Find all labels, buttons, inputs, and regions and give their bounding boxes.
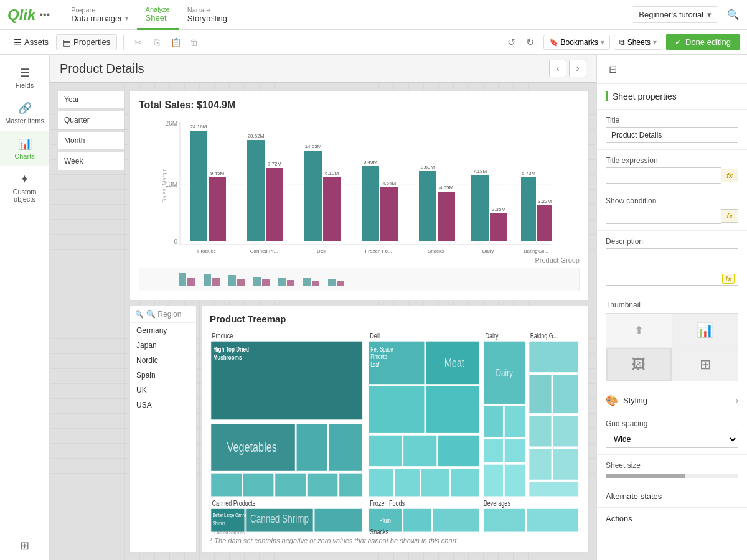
svg-rect-96 <box>529 374 552 413</box>
svg-text:Deli: Deli <box>370 332 380 340</box>
svg-rect-32 <box>471 175 489 241</box>
sidebar-item-custom[interactable]: ✦ Custom objects <box>0 166 49 209</box>
filter-quarter[interactable]: Quarter <box>57 111 125 129</box>
qlik-logo: Qlik <box>7 6 35 24</box>
nav-prepare[interactable]: Prepare Data manager ▾ <box>62 0 136 30</box>
nav-narrate[interactable]: Narrate Storytelling <box>179 0 236 30</box>
svg-text:Canned Pr...: Canned Pr... <box>250 248 278 254</box>
grid-spacing-select[interactable]: Wide Medium Narrow <box>606 431 738 448</box>
title-input[interactable] <box>606 127 738 143</box>
filter-year[interactable]: Year <box>57 90 125 109</box>
qlik-dots[interactable]: ••• <box>39 9 50 21</box>
svg-rect-12 <box>247 140 265 241</box>
main-layout: ☰ Fields 🔗 Master items 📊 Charts ✦ Custo… <box>0 55 747 560</box>
nav-prepare-arrow[interactable]: ▾ <box>125 15 128 22</box>
styling-section[interactable]: 🎨 Styling › <box>597 388 747 413</box>
thumb-cell-chart[interactable]: 📊 <box>673 314 738 347</box>
bookmarks-arrow: ▾ <box>601 38 604 47</box>
thumb-cell-upload[interactable]: ⬆ <box>606 314 672 347</box>
sheet-props-header: Sheet properties <box>597 84 747 110</box>
svg-text:Mushrooms: Mushrooms <box>213 353 242 362</box>
thumb-cell-image[interactable]: 🖼 <box>606 348 672 381</box>
sheet-canvas: Year Quarter Month Week Total Sales: $10… <box>50 83 596 560</box>
region-item-uk[interactable]: UK <box>130 383 196 398</box>
left-sidebar: ☰ Fields 🔗 Master items 📊 Charts ✦ Custo… <box>0 55 50 560</box>
sheet-next-button[interactable]: › <box>569 60 586 77</box>
show-cond-input[interactable] <box>606 208 721 224</box>
sidebar-item-fields[interactable]: ☰ Fields <box>0 60 49 95</box>
done-check-icon: ✓ <box>675 37 682 47</box>
title-expr-input-row: fx <box>606 167 738 184</box>
done-label: Done editing <box>685 37 731 47</box>
properties-button[interactable]: ▤ Properties <box>56 34 117 50</box>
svg-rect-118 <box>403 508 431 532</box>
svg-text:4.64M: 4.64M <box>382 180 397 186</box>
thumb-cell-grid[interactable]: ⊞ <box>673 348 738 381</box>
nav-analyze[interactable]: Analyze Sheet <box>137 0 179 30</box>
right-panel: ⊟ Sheet properties Title Title expressio… <box>596 55 747 560</box>
svg-rect-71 <box>339 473 363 497</box>
sidebar-bottom-icon[interactable]: ⊞ <box>12 531 37 560</box>
cut-icon[interactable]: ✂ <box>130 34 146 50</box>
toolbar-separator-1 <box>123 35 124 50</box>
region-item-usa[interactable]: USA <box>130 398 196 413</box>
actions-section: Actions <box>597 508 747 530</box>
region-item-nordic[interactable]: Nordic <box>130 353 196 368</box>
svg-rect-52 <box>303 278 311 286</box>
assets-button[interactable]: ☰ Assets <box>7 35 55 50</box>
region-header-label: 🔍 Region <box>146 310 181 319</box>
desc-fx-button[interactable]: fx <box>722 274 735 284</box>
title-expr-label: Title expression <box>606 156 738 165</box>
delete-icon[interactable]: 🗑 <box>186 34 202 50</box>
svg-rect-78 <box>369 386 425 433</box>
layout-icon[interactable]: ⊟ <box>603 60 622 78</box>
redo-icon[interactable]: ↻ <box>522 34 538 50</box>
bookmarks-button[interactable]: 🔖 Bookmarks ▾ <box>543 35 610 50</box>
sidebar-item-charts[interactable]: 📊 Charts <box>0 131 49 166</box>
sheet-prev-button[interactable]: ‹ <box>549 60 566 77</box>
grid-spacing-label: Grid spacing <box>606 419 738 428</box>
mini-chart-preview <box>139 268 580 291</box>
sheet-size-bar[interactable] <box>606 474 738 478</box>
svg-rect-47 <box>237 279 245 286</box>
svg-text:20.52M: 20.52M <box>248 133 265 139</box>
tutorial-selector[interactable]: Beginner's tutorial ▾ <box>632 6 718 23</box>
svg-text:4.05M: 4.05M <box>439 185 454 190</box>
sheets-button[interactable]: ⧉ Sheets ▾ <box>614 35 662 50</box>
filter-month[interactable]: Month <box>57 131 125 150</box>
edit-icons: ✂ ⎘ 📋 🗑 <box>130 34 202 50</box>
treemap-card: Product Treemap Produce Deli Dairy Bakin… <box>202 306 589 553</box>
nav-prepare-label: Prepare <box>71 6 128 14</box>
svg-rect-70 <box>307 473 338 497</box>
svg-rect-81 <box>403 435 437 467</box>
svg-rect-84 <box>395 468 420 497</box>
paste-icon[interactable]: 📋 <box>167 34 184 50</box>
svg-text:Snacks: Snacks <box>428 248 444 254</box>
region-item-spain[interactable]: Spain <box>130 368 196 383</box>
title-expr-input[interactable] <box>606 167 721 184</box>
svg-rect-121 <box>527 508 578 532</box>
sheet-header: Product Details ‹ › <box>50 55 596 83</box>
sheets-label: Sheets <box>627 38 651 47</box>
region-item-japan[interactable]: Japan <box>130 338 196 353</box>
undo-icon[interactable]: ↺ <box>504 34 520 50</box>
svg-rect-34 <box>490 213 507 241</box>
region-item-germany[interactable]: Germany <box>130 323 196 338</box>
svg-rect-44 <box>204 274 211 286</box>
svg-text:Better Large Canned: Better Large Canned <box>213 512 250 518</box>
title-expr-fx-button[interactable]: fx <box>721 169 738 182</box>
show-cond-fx-button[interactable]: fx <box>721 209 738 223</box>
copy-icon[interactable]: ⎘ <box>149 34 165 50</box>
filter-week[interactable]: Week <box>57 152 125 170</box>
search-icon[interactable]: 🔍 <box>727 9 740 21</box>
svg-text:Dairy: Dairy <box>496 367 514 378</box>
svg-rect-69 <box>275 473 306 497</box>
desc-textarea[interactable] <box>606 248 738 286</box>
filter-panel-time: Year Quarter Month Week <box>57 90 125 553</box>
title-expression-section: Title expression fx <box>597 150 747 190</box>
desc-textarea-row: fx <box>606 248 738 287</box>
svg-rect-60 <box>211 341 363 420</box>
done-editing-button[interactable]: ✓ Done editing <box>666 34 740 50</box>
sidebar-item-master[interactable]: 🔗 Master items <box>0 95 49 131</box>
svg-text:Dairy: Dairy <box>482 248 494 254</box>
